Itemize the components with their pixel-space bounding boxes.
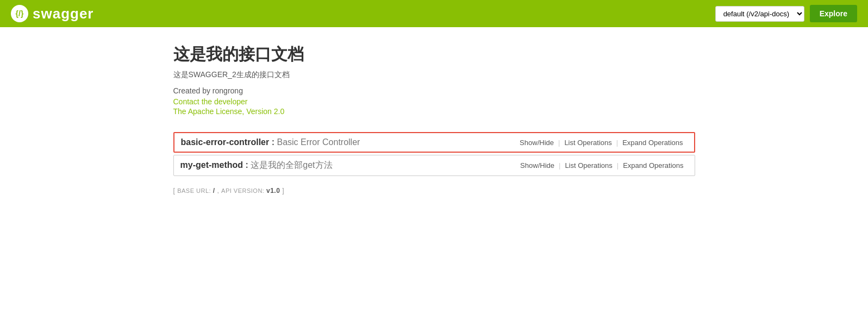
expand-operations-link-1[interactable]: Expand Operations bbox=[618, 139, 687, 147]
list-operations-link-2[interactable]: List Operations bbox=[560, 161, 616, 170]
api-version-value: v1.0 bbox=[266, 187, 280, 195]
api-sections: basic-error-controller : Basic Error Con… bbox=[173, 132, 695, 176]
main-content: 这是我的接口文档 这是SWAGGER_2生成的接口文档 Created by r… bbox=[163, 27, 706, 211]
api-title: 这是我的接口文档 bbox=[173, 43, 695, 66]
section-header-basic-error-controller[interactable]: basic-error-controller : Basic Error Con… bbox=[173, 132, 695, 153]
show-hide-link-1[interactable]: Show/Hide bbox=[515, 139, 558, 147]
controller-desc-basic-error: Basic Error Controller bbox=[277, 137, 360, 147]
header: {/} swagger default (/v2/api-docs) Explo… bbox=[0, 0, 868, 27]
api-created-by: Created by rongrong bbox=[173, 86, 695, 95]
section-header-row: basic-error-controller : Basic Error Con… bbox=[181, 137, 688, 147]
show-hide-link-2[interactable]: Show/Hide bbox=[516, 161, 559, 170]
controller-separator-1: : bbox=[272, 137, 277, 147]
section-header-row-2: my-get-method : 这是我的全部get方法 Show/Hide | … bbox=[180, 160, 688, 171]
api-selector[interactable]: default (/v2/api-docs) bbox=[715, 6, 804, 22]
header-left: {/} swagger bbox=[11, 5, 715, 22]
base-url-value: / bbox=[213, 187, 215, 195]
explore-button[interactable]: Explore bbox=[810, 5, 857, 22]
header-right: default (/v2/api-docs) Explore bbox=[715, 5, 857, 22]
controller-desc-my-get: 这是我的全部get方法 bbox=[251, 160, 332, 170]
section-title-basic-error-controller: basic-error-controller : Basic Error Con… bbox=[181, 137, 516, 147]
base-url-bracket-close: ] bbox=[282, 187, 284, 195]
controller-separator-2: : bbox=[246, 160, 251, 170]
api-info: 这是我的接口文档 这是SWAGGER_2生成的接口文档 Created by r… bbox=[173, 43, 695, 116]
section-actions-basic-error: Show/Hide | List Operations | Expand Ope… bbox=[515, 139, 687, 147]
list-operations-link-1[interactable]: List Operations bbox=[560, 139, 616, 147]
api-description: 这是SWAGGER_2生成的接口文档 bbox=[173, 70, 695, 80]
base-url-section: [ BASE URL: / , API VERSION: v1.0 ] bbox=[173, 187, 695, 195]
license-link[interactable]: The Apache License, Version 2.0 bbox=[173, 107, 695, 116]
swagger-icon-text: {/} bbox=[16, 9, 24, 18]
swagger-icon: {/} bbox=[11, 5, 28, 22]
api-section-my-get-method: my-get-method : 这是我的全部get方法 Show/Hide | … bbox=[173, 155, 695, 176]
controller-name-my-get: my-get-method bbox=[180, 160, 243, 170]
base-url-label: BASE URL: bbox=[177, 187, 213, 194]
section-actions-my-get: Show/Hide | List Operations | Expand Ope… bbox=[516, 161, 688, 170]
expand-operations-link-2[interactable]: Expand Operations bbox=[619, 161, 688, 170]
api-section-basic-error-controller: basic-error-controller : Basic Error Con… bbox=[173, 132, 695, 153]
swagger-brand-text: swagger bbox=[33, 5, 94, 22]
api-version-label: API VERSION: bbox=[221, 187, 266, 194]
section-header-my-get-method[interactable]: my-get-method : 这是我的全部get方法 Show/Hide | … bbox=[173, 155, 695, 176]
swagger-logo: {/} swagger bbox=[11, 5, 94, 22]
contact-developer-link[interactable]: Contact the developer bbox=[173, 97, 695, 106]
section-title-my-get-method: my-get-method : 这是我的全部get方法 bbox=[180, 160, 516, 171]
base-url-comma: , bbox=[217, 187, 221, 195]
controller-name-basic-error: basic-error-controller bbox=[181, 137, 270, 147]
